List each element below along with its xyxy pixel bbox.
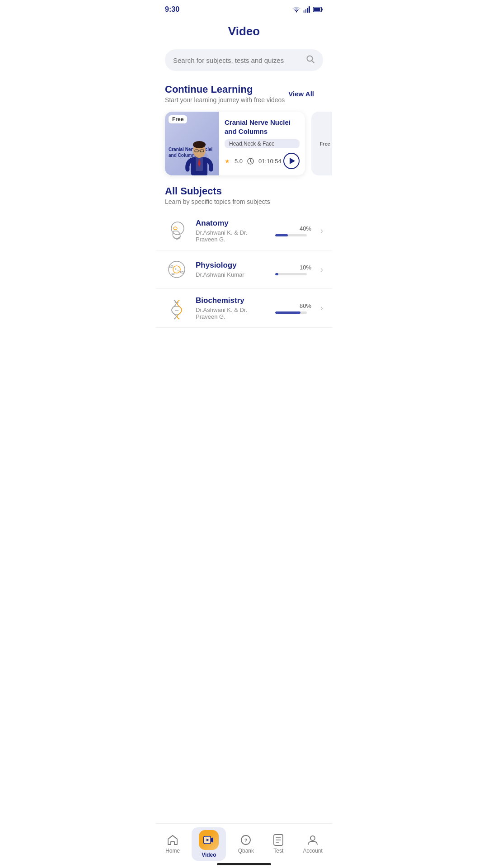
- biochemistry-progress: 80%: [275, 302, 311, 314]
- card-thumbnail-1: Free Cranial Nerve Nuclei and Columns: [165, 112, 219, 175]
- subject-item-physiology[interactable]: Physiology Dr.Ashwani Kumar 10% ›: [156, 250, 332, 289]
- physiology-instructor: Dr.Ashwani Kumar: [196, 271, 268, 278]
- anatomy-icon: [165, 219, 188, 243]
- battery-icon: [313, 6, 323, 13]
- svg-point-27: [169, 265, 174, 268]
- physiology-progress: 10%: [275, 264, 311, 275]
- physiology-icon: [165, 258, 188, 281]
- view-all-button[interactable]: View All: [288, 90, 314, 98]
- svg-point-26: [173, 266, 180, 273]
- card-duration: 01:10:54: [258, 158, 282, 165]
- wifi-icon: [292, 6, 300, 13]
- physiology-info: Physiology Dr.Ashwani Kumar: [196, 261, 268, 278]
- biochemistry-progress-fill: [275, 311, 300, 314]
- clock-icon: [247, 158, 254, 165]
- svg-line-8: [312, 61, 314, 63]
- card-tag-1: Head,Neck & Face: [225, 139, 300, 148]
- anatomy-instructor: Dr.Ashwani K. & Dr. Praveen G.: [196, 229, 268, 243]
- svg-point-28: [180, 271, 184, 274]
- signal-icon: [303, 6, 310, 13]
- star-icon: ★: [225, 158, 230, 165]
- status-icons: [292, 6, 323, 13]
- physiology-progress-bar: [275, 273, 307, 275]
- continue-learning-title: Continue Learning: [165, 84, 285, 95]
- subject-item-anatomy[interactable]: Anatomy Dr.Ashwani K. & Dr. Praveen G. 4…: [156, 212, 332, 250]
- anatomy-chevron-icon: ›: [320, 226, 323, 236]
- card-rating: 5.0: [235, 158, 243, 165]
- svg-rect-6: [314, 8, 320, 11]
- svg-point-21: [174, 227, 177, 230]
- search-bar[interactable]: [165, 49, 323, 71]
- card-meta-1: ★ 5.0 01:10:54: [225, 153, 300, 169]
- card-free-badge-1: Free: [169, 115, 187, 123]
- card-title-1: Cranial Nerve Nuclei and Columns: [225, 118, 300, 136]
- biochemistry-percent: 80%: [275, 302, 311, 309]
- play-triangle-icon: [290, 158, 295, 164]
- physiology-percent: 10%: [275, 264, 311, 271]
- status-bar: 9:30: [156, 0, 332, 17]
- all-subjects-title: All Subjects: [165, 185, 323, 197]
- svg-rect-5: [322, 9, 323, 10]
- svg-rect-2: [307, 8, 308, 13]
- biochemistry-info: Biochemistry Dr.Ashwani K. & Dr. Praveen…: [196, 296, 268, 320]
- video-card-peek: Free: [311, 112, 332, 175]
- play-button-1[interactable]: [283, 153, 300, 169]
- all-subjects-section: All Subjects Learn by specific topics fr…: [156, 182, 332, 328]
- all-subjects-subtitle: Learn by specific topics from subjects: [165, 198, 323, 205]
- physiology-progress-fill: [275, 273, 278, 275]
- biochemistry-icon: [165, 297, 188, 320]
- video-card-1[interactable]: Free Cranial Nerve Nuclei and Columns: [165, 112, 305, 175]
- svg-rect-3: [309, 6, 310, 13]
- status-time: 9:30: [165, 5, 179, 14]
- svg-point-13: [193, 141, 206, 148]
- svg-rect-1: [305, 9, 306, 13]
- search-container: [165, 49, 323, 71]
- anatomy-name: Anatomy: [196, 219, 268, 228]
- physiology-name: Physiology: [196, 261, 268, 270]
- svg-point-25: [169, 261, 185, 278]
- svg-point-30: [175, 269, 177, 270]
- continue-learning-subtitle: Start your learning journey with free vi…: [165, 96, 285, 104]
- search-input[interactable]: [173, 57, 301, 64]
- card-meta-left-1: ★ 5.0 01:10:54: [225, 158, 282, 165]
- anatomy-percent: 40%: [275, 225, 311, 232]
- svg-point-29: [172, 274, 174, 275]
- card-person-image: [181, 135, 217, 175]
- subject-item-biochemistry[interactable]: Biochemistry Dr.Ashwani K. & Dr. Praveen…: [156, 289, 332, 328]
- biochemistry-name: Biochemistry: [196, 296, 268, 305]
- biochemistry-progress-bar: [275, 311, 307, 314]
- svg-rect-0: [303, 10, 305, 13]
- search-icon: [306, 55, 315, 66]
- biochemistry-chevron-icon: ›: [320, 303, 323, 313]
- svg-point-31: [178, 270, 178, 271]
- anatomy-progress-bar: [275, 234, 307, 236]
- continue-learning-header: Continue Learning Start your learning jo…: [156, 84, 332, 105]
- subject-list: Anatomy Dr.Ashwani K. & Dr. Praveen G. 4…: [156, 207, 332, 328]
- video-cards-scroll: Free Cranial Nerve Nuclei and Columns: [156, 105, 332, 182]
- anatomy-progress-fill: [275, 234, 288, 236]
- anatomy-info: Anatomy Dr.Ashwani K. & Dr. Praveen G.: [196, 219, 268, 243]
- card-peek-badge: Free: [316, 137, 332, 150]
- svg-line-19: [251, 161, 252, 162]
- card-info-1: Cranial Nerve Nuclei and Columns Head,Ne…: [219, 112, 305, 175]
- physiology-chevron-icon: ›: [320, 265, 323, 274]
- anatomy-progress: 40%: [275, 225, 311, 236]
- page-title: Video: [156, 17, 332, 49]
- biochemistry-instructor: Dr.Ashwani K. & Dr. Praveen G.: [196, 307, 268, 320]
- all-subjects-header: All Subjects Learn by specific topics fr…: [156, 185, 332, 207]
